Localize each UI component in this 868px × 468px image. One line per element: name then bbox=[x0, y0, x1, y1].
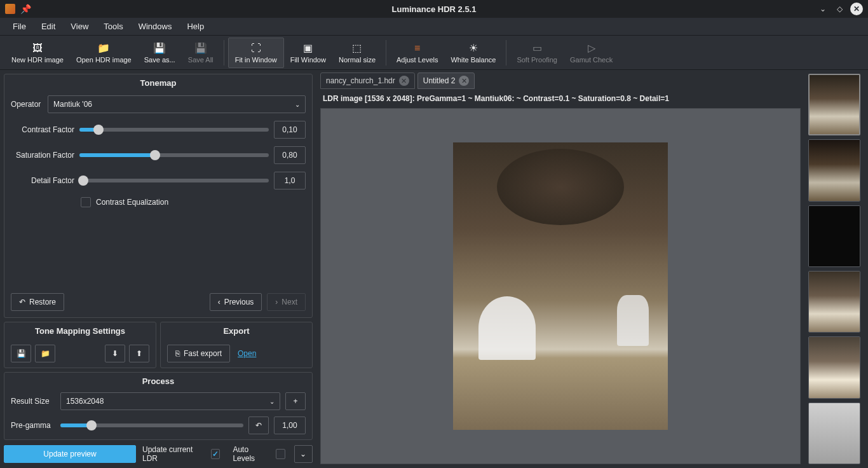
center-area: nancy_church_1.hdr ✕ Untitled 2 ✕ LDR im… bbox=[316, 70, 804, 468]
new-hdr-button[interactable]: 🖼New HDR image bbox=[5, 38, 70, 68]
detail-value[interactable]: 1,0 bbox=[274, 172, 306, 189]
fill-icon: ▣ bbox=[303, 42, 313, 55]
tab-nancy-church[interactable]: nancy_church_1.hdr ✕ bbox=[320, 72, 415, 89]
detail-label: Detail Factor bbox=[11, 176, 74, 185]
operator-select[interactable]: Mantiuk '06 ⌄ bbox=[48, 95, 306, 113]
menu-edit[interactable]: Edit bbox=[34, 19, 63, 34]
gamut-icon: ▷ bbox=[588, 42, 595, 55]
toolbar-separator bbox=[386, 40, 386, 65]
save-icon: 💾 bbox=[153, 42, 166, 55]
result-size-label: Result Size bbox=[11, 397, 55, 406]
sun-icon: ☀ bbox=[469, 42, 478, 55]
thumbnail-strip bbox=[804, 70, 868, 468]
maximize-icon[interactable]: ◇ bbox=[834, 3, 845, 15]
proof-icon: ▭ bbox=[532, 42, 542, 55]
saturation-slider[interactable] bbox=[79, 153, 269, 157]
plus-icon: + bbox=[293, 397, 297, 406]
save-icon: 💾 bbox=[17, 349, 26, 358]
image-canvas[interactable] bbox=[320, 108, 801, 464]
tab-label: Untitled 2 bbox=[423, 76, 456, 85]
pregamma-value[interactable]: 1,00 bbox=[274, 416, 306, 434]
app-icon bbox=[5, 4, 15, 14]
normal-size-button[interactable]: ⬚Normal size bbox=[332, 38, 382, 68]
download-icon: ⬇ bbox=[112, 349, 118, 358]
pregamma-slider[interactable] bbox=[60, 423, 243, 427]
previous-button[interactable]: ‹Previous bbox=[210, 293, 262, 311]
fill-window-button[interactable]: ▣Fill Window bbox=[284, 38, 332, 68]
minimize-icon[interactable]: ⌄ bbox=[817, 3, 829, 15]
image-plus-icon: 🖼 bbox=[32, 42, 43, 55]
auto-levels-options-button[interactable]: ⌄ bbox=[294, 445, 313, 463]
undo-icon: ↶ bbox=[19, 298, 25, 306]
close-tab-icon[interactable]: ✕ bbox=[459, 76, 469, 86]
menu-tools[interactable]: Tools bbox=[96, 19, 130, 34]
menu-help[interactable]: Help bbox=[179, 19, 212, 34]
auto-levels-label: Auto Levels bbox=[233, 445, 269, 463]
folder-icon: 📁 bbox=[41, 349, 50, 358]
pin-icon[interactable]: 📌 bbox=[20, 4, 31, 14]
restore-button[interactable]: ↶Restore bbox=[11, 293, 64, 311]
tms-export-button[interactable]: ⬆ bbox=[129, 345, 149, 362]
thumbnail[interactable] bbox=[808, 74, 860, 135]
detail-slider[interactable] bbox=[79, 179, 269, 182]
chevron-down-icon: ⌄ bbox=[269, 398, 275, 405]
tab-label: nancy_church_1.hdr bbox=[326, 76, 395, 85]
title-bar: 📌 Luminance HDR 2.5.1 ⌄ ◇ ✕ bbox=[0, 0, 868, 18]
contrast-eq-checkbox[interactable] bbox=[81, 197, 91, 207]
tms-open-button[interactable]: 📁 bbox=[35, 345, 55, 362]
soft-proofing-button: ▭Soft Proofing bbox=[510, 38, 564, 68]
tms-title: Tone Mapping Settings bbox=[4, 322, 156, 340]
save-as-button[interactable]: 💾Save as... bbox=[138, 38, 182, 68]
close-tab-icon[interactable]: ✕ bbox=[399, 76, 409, 86]
levels-icon: ≡ bbox=[414, 42, 420, 55]
undo-icon: ↶ bbox=[255, 421, 262, 430]
pregamma-reset-button[interactable]: ↶ bbox=[248, 416, 269, 434]
export-open-link[interactable]: Open bbox=[238, 349, 256, 358]
tms-panel: Tone Mapping Settings 💾 📁 ⬇ ⬆ bbox=[4, 322, 156, 368]
add-size-button[interactable]: + bbox=[285, 392, 306, 410]
tab-untitled-2[interactable]: Untitled 2 ✕ bbox=[417, 72, 475, 89]
result-size-select[interactable]: 1536x2048 ⌄ bbox=[60, 392, 280, 410]
operator-label: Operator bbox=[11, 100, 43, 109]
fast-export-button[interactable]: ⎘Fast export bbox=[167, 345, 230, 362]
fit-window-button[interactable]: ⛶Fit in Window bbox=[228, 38, 284, 68]
action-row: Update preview Update current LDR Auto L… bbox=[4, 444, 313, 464]
open-hdr-button[interactable]: 📁Open HDR image bbox=[70, 38, 138, 68]
chevron-down-icon: ⌄ bbox=[295, 101, 300, 108]
main-toolbar: 🖼New HDR image 📁Open HDR image 💾Save as.… bbox=[0, 36, 868, 70]
tms-save-button[interactable]: 💾 bbox=[11, 345, 31, 362]
white-balance-button[interactable]: ☀White Balance bbox=[444, 38, 502, 68]
crop-icon: ⬚ bbox=[352, 42, 362, 55]
menu-bar: File Edit View Tools Windows Help bbox=[0, 18, 868, 36]
saturation-value[interactable]: 0,80 bbox=[274, 146, 306, 164]
tms-import-button[interactable]: ⬇ bbox=[105, 345, 125, 362]
process-panel: Process Result Size 1536x2048 ⌄ + Pre-ga… bbox=[4, 372, 313, 440]
chevron-down-icon: ⌄ bbox=[300, 450, 306, 458]
update-preview-button[interactable]: Update preview bbox=[4, 445, 136, 463]
thumbnail[interactable] bbox=[808, 336, 860, 398]
folder-icon: 📁 bbox=[97, 42, 110, 55]
menu-windows[interactable]: Windows bbox=[131, 19, 180, 34]
thumbnail[interactable] bbox=[808, 139, 860, 201]
auto-levels-checkbox[interactable] bbox=[276, 449, 285, 459]
save-all-icon: 💾 bbox=[194, 42, 207, 55]
contrast-value[interactable]: 0,10 bbox=[274, 121, 306, 139]
adjust-levels-button[interactable]: ≡Adjust Levels bbox=[390, 38, 444, 68]
gamut-check-button: ▷Gamut Check bbox=[564, 38, 619, 68]
window-title: Luminance HDR 2.5.1 bbox=[392, 4, 477, 14]
left-panel: Tonemap Operator Mantiuk '06 ⌄ Contrast … bbox=[0, 70, 316, 468]
fit-icon: ⛶ bbox=[251, 42, 261, 55]
upload-icon: ⬆ bbox=[136, 349, 142, 358]
contrast-slider[interactable] bbox=[79, 128, 269, 132]
update-ldr-label: Update current LDR bbox=[142, 445, 205, 463]
thumbnail[interactable] bbox=[808, 403, 860, 464]
update-ldr-checkbox[interactable] bbox=[211, 449, 220, 459]
menu-view[interactable]: View bbox=[63, 19, 96, 34]
menu-file[interactable]: File bbox=[5, 19, 34, 34]
thumbnail[interactable] bbox=[808, 205, 860, 267]
tonemap-panel: Tonemap Operator Mantiuk '06 ⌄ Contrast … bbox=[4, 74, 313, 318]
close-icon[interactable]: ✕ bbox=[850, 3, 863, 15]
export-panel: Export ⎘Fast export Open bbox=[160, 322, 313, 368]
thumbnail[interactable] bbox=[808, 271, 860, 333]
result-size-value: 1536x2048 bbox=[66, 397, 104, 406]
